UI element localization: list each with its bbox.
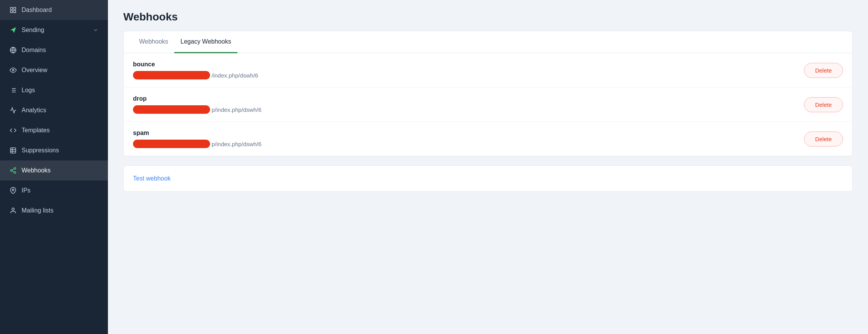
- svg-point-17: [14, 168, 16, 170]
- sidebar-item-ips[interactable]: IPs: [0, 180, 108, 201]
- webhook-info: bounce /index.php/dswh/6: [133, 61, 258, 79]
- url-redacted: [133, 71, 210, 79]
- webhooks-card: Webhooks Legacy Webhooks bounce /index.p…: [123, 31, 853, 156]
- webhook-url: p/index.php/dswh/6: [133, 140, 261, 148]
- svg-point-18: [10, 170, 12, 172]
- sidebar-item-label: Templates: [22, 127, 50, 134]
- svg-rect-0: [10, 7, 12, 9]
- eye-icon: [9, 66, 17, 74]
- sidebar-item-overview[interactable]: Overview: [0, 60, 108, 80]
- sidebar-item-sending[interactable]: Sending: [0, 20, 108, 40]
- person-icon: [9, 207, 17, 214]
- sidebar-item-label: Logs: [22, 87, 35, 94]
- sidebar-item-label: Mailing lists: [22, 207, 54, 214]
- sidebar-item-templates[interactable]: Templates: [0, 120, 108, 140]
- sidebar-item-analytics[interactable]: Analytics: [0, 100, 108, 120]
- sidebar-item-mailing-lists[interactable]: Mailing lists: [0, 201, 108, 221]
- sidebar-item-logs[interactable]: Logs: [0, 80, 108, 100]
- table-row: bounce /index.php/dswh/6 Delete: [124, 53, 852, 88]
- sidebar-item-webhooks[interactable]: Webhooks: [0, 160, 108, 180]
- svg-rect-13: [10, 148, 16, 153]
- webhook-list: bounce /index.php/dswh/6 Delete drop p/i…: [124, 53, 852, 156]
- sidebar-item-label: Sending: [22, 27, 44, 34]
- tab-legacy-webhooks[interactable]: Legacy Webhooks: [174, 31, 237, 53]
- list-icon: [9, 86, 17, 94]
- test-webhook-link[interactable]: Test webhook: [133, 175, 171, 182]
- test-section: Test webhook: [123, 165, 853, 192]
- sidebar-item-label: Overview: [22, 67, 47, 74]
- svg-rect-3: [14, 11, 16, 13]
- svg-point-6: [12, 69, 14, 71]
- table-row: drop p/index.php/dswh/6 Delete: [124, 88, 852, 122]
- chevron-down-icon: [93, 27, 99, 33]
- page-header: Webhooks: [108, 0, 868, 31]
- webhook-url: p/index.php/dswh/6: [133, 105, 261, 114]
- code-icon: [9, 127, 17, 134]
- webhook-name: drop: [133, 95, 261, 102]
- grid-icon: [9, 6, 17, 14]
- url-suffix: p/index.php/dswh/6: [212, 106, 261, 113]
- sidebar-item-label: Domains: [22, 47, 46, 54]
- webhook-info: spam p/index.php/dswh/6: [133, 130, 261, 148]
- sidebar-item-suppressions[interactable]: Suppressions: [0, 140, 108, 160]
- sidebar: Dashboard Sending Domains: [0, 0, 108, 334]
- delete-button[interactable]: Delete: [804, 63, 843, 78]
- tabs-bar: Webhooks Legacy Webhooks: [124, 31, 852, 53]
- sidebar-item-label: Dashboard: [22, 7, 52, 13]
- webhook-name: bounce: [133, 61, 258, 68]
- chart-icon: [9, 106, 17, 114]
- svg-line-21: [12, 169, 14, 170]
- sidebar-item-label: IPs: [22, 187, 30, 194]
- main-content: Webhooks Webhooks Legacy Webhooks bounce…: [108, 0, 868, 334]
- pin-icon: [9, 187, 17, 194]
- webhook-info: drop p/index.php/dswh/6: [133, 95, 261, 114]
- svg-point-19: [14, 172, 16, 174]
- svg-line-20: [12, 171, 14, 172]
- sidebar-item-dashboard[interactable]: Dashboard: [0, 0, 108, 20]
- share-icon: [9, 167, 17, 174]
- page-title: Webhooks: [123, 11, 853, 23]
- url-redacted: [133, 105, 210, 114]
- svg-point-23: [12, 208, 14, 210]
- sidebar-item-label: Suppressions: [22, 147, 59, 154]
- url-suffix: /index.php/dswh/6: [212, 72, 258, 79]
- sidebar-item-label: Webhooks: [22, 167, 50, 174]
- send-icon: [9, 26, 17, 34]
- table-icon: [9, 147, 17, 154]
- table-row: spam p/index.php/dswh/6 Delete: [124, 122, 852, 156]
- url-suffix: p/index.php/dswh/6: [212, 141, 261, 147]
- webhook-url: /index.php/dswh/6: [133, 71, 258, 79]
- sidebar-item-domains[interactable]: Domains: [0, 40, 108, 60]
- url-redacted: [133, 140, 210, 148]
- webhook-name: spam: [133, 130, 261, 137]
- tab-webhooks[interactable]: Webhooks: [133, 31, 174, 53]
- delete-button[interactable]: Delete: [804, 132, 843, 147]
- sidebar-item-label: Analytics: [22, 107, 46, 114]
- globe-icon: [9, 46, 17, 54]
- svg-rect-1: [14, 7, 16, 9]
- delete-button[interactable]: Delete: [804, 97, 843, 112]
- svg-rect-2: [10, 11, 12, 13]
- svg-point-22: [12, 189, 14, 191]
